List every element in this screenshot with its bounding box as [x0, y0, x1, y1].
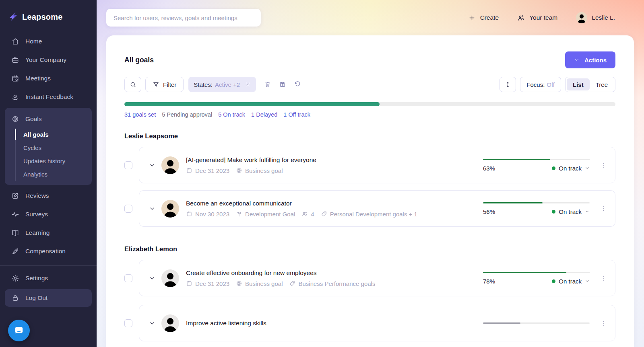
- your-team-label: Your team: [529, 14, 557, 21]
- close-icon[interactable]: [245, 82, 251, 87]
- calendar-icon: [186, 211, 192, 217]
- sort-button[interactable]: [500, 77, 516, 92]
- sidebar-item-log-out[interactable]: Log Out: [5, 289, 92, 307]
- goal-progress: 63% On track: [483, 159, 590, 172]
- calendar-icon: [186, 280, 192, 287]
- book-icon: [11, 229, 19, 237]
- goal-checkbox[interactable]: [124, 161, 132, 169]
- view-tree-tab[interactable]: Tree: [590, 78, 614, 90]
- goal-progress-pct: 56%: [483, 208, 495, 215]
- sidebar-item-learning[interactable]: Learning: [0, 224, 97, 242]
- brand-name: Leapsome: [22, 12, 63, 22]
- create-button[interactable]: Create: [468, 14, 499, 22]
- actions-button[interactable]: Actions: [565, 51, 615, 68]
- status-label: On track: [559, 165, 582, 172]
- sprout-icon: [236, 211, 242, 217]
- bullseye-icon: [236, 167, 242, 174]
- sidebar-item-reviews[interactable]: Reviews: [0, 187, 97, 205]
- stat-off-track[interactable]: 1 Off track: [283, 111, 310, 118]
- goals-sub-list: All goals Cycles Updates history Analyti…: [15, 128, 92, 181]
- goals-toolbar: Filter States: Active +2 Focus: Off: [124, 77, 615, 92]
- goal-progress: 56% On track: [483, 202, 590, 215]
- goal-checkbox[interactable]: [124, 274, 132, 282]
- goal-due-date: Nov 30 2023: [186, 211, 229, 218]
- chevron-down-icon: [585, 209, 590, 214]
- search-goals-button[interactable]: [124, 77, 141, 92]
- kebab-menu-icon[interactable]: [600, 320, 607, 327]
- goal-progress-pct: 78%: [483, 278, 495, 285]
- target-icon: [11, 115, 19, 123]
- sidebar-item-compensation[interactable]: Compensation: [0, 242, 97, 261]
- sidebar-subitem-analytics[interactable]: Analytics: [23, 168, 92, 181]
- kebab-menu-icon[interactable]: [600, 162, 607, 169]
- kebab-menu-icon[interactable]: [600, 275, 607, 282]
- chip-prefix: States:: [194, 81, 213, 88]
- goal-card[interactable]: [AI-generated] Make work fulfilling for …: [139, 147, 615, 183]
- chevron-down-icon: [585, 166, 590, 170]
- stat-goals-set[interactable]: 31 goals set: [124, 111, 156, 118]
- status-label: On track: [559, 278, 582, 285]
- goal-type: Business goal: [236, 280, 283, 287]
- save-filter-icon[interactable]: [279, 81, 286, 88]
- goal-checkbox[interactable]: [124, 319, 132, 327]
- sidebar-item-your-company[interactable]: Your Company: [0, 51, 97, 69]
- sidebar-goals-group: Goals All goals Cycles Updates history A…: [5, 108, 92, 185]
- status-label: On track: [559, 208, 582, 215]
- sidebar-item-label: Reviews: [25, 192, 49, 199]
- sidebar-item-instant-feedback[interactable]: Instant Feedback: [0, 88, 97, 106]
- goals-summary-progressbar: [124, 102, 615, 106]
- view-list-tab[interactable]: List: [567, 78, 590, 90]
- sidebar-subitem-cycles[interactable]: Cycles: [23, 141, 92, 154]
- avatar: [161, 200, 179, 218]
- goal-title: Become an exceptional communicator: [186, 200, 483, 207]
- sidebar-item-home[interactable]: Home: [0, 32, 97, 51]
- summary-progress-fill: [124, 102, 380, 106]
- goal-card[interactable]: Improve active listening skills: [139, 305, 615, 341]
- global-search-input[interactable]: [106, 9, 261, 27]
- filter-button[interactable]: Filter: [145, 77, 184, 92]
- goal-status-dropdown[interactable]: On track: [552, 278, 590, 285]
- goal-progress: [483, 322, 590, 324]
- chip-value: Active +2: [215, 81, 240, 88]
- focus-toggle-button[interactable]: Focus: Off: [520, 77, 561, 92]
- expand-chevron-icon[interactable]: [149, 320, 155, 326]
- sidebar-item-goals[interactable]: Goals: [5, 110, 92, 128]
- sidebar-item-label: Instant Feedback: [25, 93, 73, 101]
- sidebar-item-label: Goals: [25, 115, 42, 123]
- sidebar-subitem-all-goals[interactable]: All goals: [23, 128, 92, 141]
- sidebar-subitem-updates-history[interactable]: Updates history: [23, 154, 92, 168]
- goal-checkbox[interactable]: [124, 205, 132, 213]
- goal-progress-fill: [483, 202, 543, 203]
- goal-card[interactable]: Create effective onboarding for new empl…: [139, 260, 615, 296]
- goal-card[interactable]: Become an exceptional communicator Nov 3…: [139, 190, 615, 227]
- goal-status-dropdown[interactable]: On track: [552, 208, 590, 215]
- user-menu[interactable]: Leslie L.: [576, 12, 615, 23]
- app-logo[interactable]: Leapsome: [0, 0, 97, 32]
- goal-type: Development Goal: [236, 211, 295, 218]
- goals-stats-row: 31 goals set 5 Pending approval 5 On tra…: [124, 111, 615, 118]
- your-team-button[interactable]: Your team: [517, 14, 557, 22]
- lock-icon: [11, 294, 19, 302]
- chat-widget-button[interactable]: [8, 320, 30, 341]
- sidebar-item-settings[interactable]: Settings: [0, 269, 97, 287]
- sidebar-item-surveys[interactable]: Surveys: [0, 205, 97, 224]
- sidebar-item-meetings[interactable]: Meetings: [0, 69, 97, 88]
- sidebar-item-label: Meetings: [25, 75, 51, 82]
- chevron-down-icon: [574, 57, 580, 63]
- states-filter-chip[interactable]: States: Active +2: [188, 77, 256, 92]
- goal-status-dropdown[interactable]: On track: [552, 165, 590, 172]
- gear-icon: [11, 274, 19, 282]
- trash-icon[interactable]: [264, 81, 271, 88]
- status-dot: [552, 279, 555, 283]
- goal-progress-fill: [483, 159, 550, 160]
- expand-chevron-icon[interactable]: [149, 275, 155, 281]
- reset-filters-icon[interactable]: [294, 81, 301, 88]
- filter-label: Filter: [163, 81, 176, 88]
- stat-delayed[interactable]: 1 Delayed: [251, 111, 277, 118]
- goal-tags: Personal Development goals + 1: [321, 211, 417, 218]
- expand-chevron-icon[interactable]: [149, 162, 155, 168]
- briefcase-icon: [11, 56, 19, 64]
- kebab-menu-icon[interactable]: [600, 205, 607, 212]
- stat-on-track[interactable]: 5 On track: [218, 111, 245, 118]
- expand-chevron-icon[interactable]: [149, 205, 155, 212]
